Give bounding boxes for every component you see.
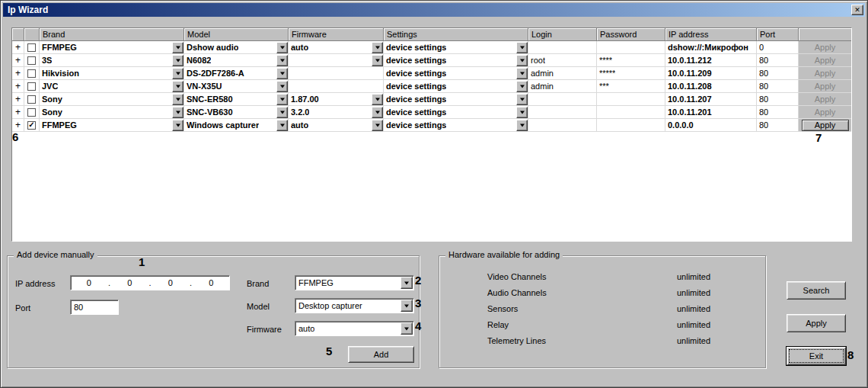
dropdown-arrow-icon[interactable]: [276, 120, 288, 131]
brand-cell[interactable]: JVC: [40, 80, 184, 93]
dropdown-arrow-icon[interactable]: [172, 107, 183, 118]
brand-cell[interactable]: Sony: [40, 106, 184, 119]
dropdown-arrow-icon[interactable]: [400, 277, 413, 289]
dropdown-arrow-icon[interactable]: [400, 322, 413, 335]
dropdown-arrow-icon[interactable]: [276, 42, 288, 53]
dropdown-arrow-icon[interactable]: [276, 107, 288, 118]
login-cell[interactable]: admin: [528, 80, 597, 93]
settings-cell[interactable]: device settings: [384, 119, 528, 132]
dropdown-arrow-icon[interactable]: [516, 120, 528, 131]
row-checkbox[interactable]: ✓: [27, 121, 36, 130]
header-ip-address[interactable]: IP address: [665, 28, 757, 41]
header-model[interactable]: Model: [184, 28, 289, 41]
titlebar[interactable]: Ip Wizard ✕: [3, 3, 865, 17]
ip-octet-2[interactable]: 0: [112, 278, 148, 287]
settings-cell[interactable]: device settings: [384, 106, 528, 119]
apply-button[interactable]: Apply: [802, 120, 849, 131]
expand-toggle[interactable]: +: [12, 41, 24, 54]
firmware-cell[interactable]: auto: [289, 119, 384, 132]
exit-button[interactable]: Exit: [787, 347, 846, 365]
login-cell[interactable]: [528, 119, 597, 132]
header-settings[interactable]: Settings: [384, 28, 528, 41]
password-cell[interactable]: [597, 119, 665, 132]
login-cell[interactable]: [528, 106, 597, 119]
dropdown-arrow-icon[interactable]: [172, 94, 183, 105]
settings-cell[interactable]: device settings: [384, 54, 528, 67]
dropdown-arrow-icon[interactable]: [276, 81, 288, 92]
brand-select[interactable]: FFMPEG: [295, 275, 414, 290]
row-checkbox[interactable]: ✓: [27, 56, 36, 65]
login-cell[interactable]: [528, 41, 597, 54]
close-button[interactable]: ✕: [851, 5, 863, 15]
model-cell[interactable]: SNC-VB630: [184, 106, 289, 119]
dropdown-arrow-icon[interactable]: [516, 107, 528, 118]
settings-cell[interactable]: device settings: [384, 93, 528, 106]
password-cell[interactable]: ***: [597, 80, 665, 93]
apply-button[interactable]: Apply: [815, 95, 836, 104]
port-cell[interactable]: 80: [757, 119, 799, 132]
dropdown-arrow-icon[interactable]: [516, 68, 528, 79]
ip-octet-1[interactable]: 0: [71, 278, 107, 287]
apply-button[interactable]: Apply: [815, 56, 836, 65]
add-button[interactable]: Add: [348, 346, 414, 363]
ip-cell[interactable]: 10.0.11.201: [665, 106, 757, 119]
login-cell[interactable]: admin: [528, 67, 597, 80]
firmware-cell[interactable]: auto: [289, 41, 384, 54]
model-cell[interactable]: Windows capturer: [184, 119, 289, 132]
password-cell[interactable]: [597, 41, 665, 54]
dropdown-arrow-icon[interactable]: [372, 42, 383, 53]
password-cell[interactable]: [597, 93, 665, 106]
ip-cell[interactable]: 10.0.11.207: [665, 93, 757, 106]
header-firmware[interactable]: Firmware: [289, 28, 384, 41]
ip-cell[interactable]: 10.0.11.212: [665, 54, 757, 67]
settings-cell[interactable]: device settings: [384, 80, 528, 93]
dropdown-arrow-icon[interactable]: [276, 55, 288, 66]
header-login[interactable]: Login: [528, 28, 597, 41]
apply-button[interactable]: Apply: [815, 82, 836, 91]
firmware-cell[interactable]: [289, 67, 384, 80]
dropdown-arrow-icon[interactable]: [172, 120, 183, 131]
dropdown-arrow-icon[interactable]: [172, 42, 183, 53]
brand-cell[interactable]: FFMPEG: [40, 119, 184, 132]
model-cell[interactable]: VN-X35U: [184, 80, 289, 93]
port-cell[interactable]: 80: [757, 54, 799, 67]
password-cell[interactable]: [597, 106, 665, 119]
dropdown-arrow-icon[interactable]: [516, 94, 528, 105]
firmware-cell[interactable]: 3.2.0: [289, 106, 384, 119]
firmware-cell[interactable]: [289, 80, 384, 93]
expand-toggle[interactable]: +: [12, 67, 24, 80]
brand-cell[interactable]: Hikvision: [40, 67, 184, 80]
port-input[interactable]: 80: [70, 300, 119, 315]
ip-octet-4[interactable]: 0: [193, 278, 230, 287]
model-select[interactable]: Desktop capturer: [295, 298, 414, 313]
expand-toggle[interactable]: +: [12, 80, 24, 93]
port-cell[interactable]: 80: [757, 67, 799, 80]
dropdown-arrow-icon[interactable]: [516, 55, 528, 66]
brand-cell[interactable]: FFMPEG: [40, 41, 184, 54]
apply-all-button[interactable]: Apply: [787, 314, 846, 332]
dropdown-arrow-icon[interactable]: [372, 120, 383, 131]
ip-cell[interactable]: 10.0.11.209: [665, 67, 757, 80]
password-cell[interactable]: *****: [597, 67, 665, 80]
header-brand[interactable]: Brand: [40, 28, 184, 41]
header-port[interactable]: Port: [757, 28, 799, 41]
row-checkbox[interactable]: ✓: [27, 43, 36, 52]
row-checkbox[interactable]: ✓: [27, 82, 36, 91]
ip-cell[interactable]: 10.0.11.208: [665, 80, 757, 93]
model-cell[interactable]: N6082: [184, 54, 289, 67]
apply-button[interactable]: Apply: [815, 43, 836, 52]
model-cell[interactable]: Dshow audio: [184, 41, 289, 54]
expand-toggle[interactable]: +: [12, 93, 24, 106]
dropdown-arrow-icon[interactable]: [372, 55, 383, 66]
dropdown-arrow-icon[interactable]: [372, 94, 383, 105]
dropdown-arrow-icon[interactable]: [372, 107, 383, 118]
model-cell[interactable]: SNC-ER580: [184, 93, 289, 106]
port-cell[interactable]: 80: [757, 80, 799, 93]
brand-cell[interactable]: Sony: [40, 93, 184, 106]
login-cell[interactable]: root: [528, 54, 597, 67]
row-checkbox[interactable]: ✓: [27, 108, 36, 117]
ip-address-input[interactable]: 0 . 0 . 0 . 0: [70, 275, 230, 290]
firmware-cell[interactable]: 1.87.00: [289, 93, 384, 106]
firmware-cell[interactable]: [289, 54, 384, 67]
dropdown-arrow-icon[interactable]: [516, 81, 528, 92]
